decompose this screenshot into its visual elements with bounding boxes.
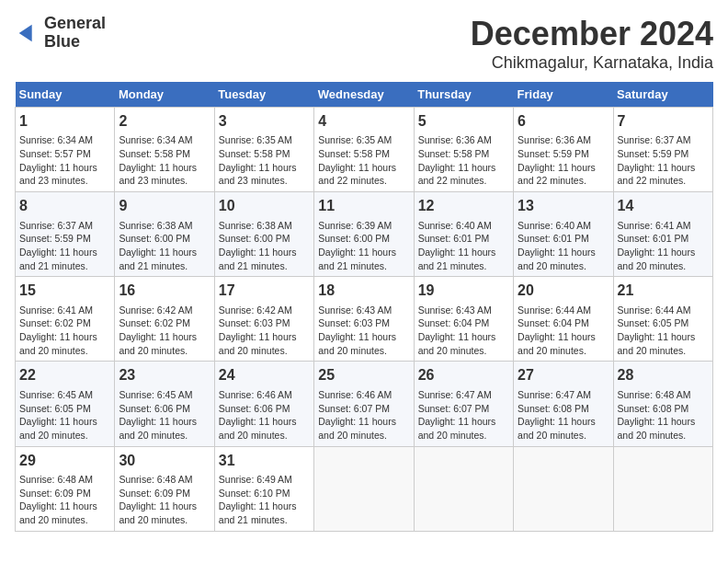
day-number: 27 xyxy=(518,365,609,385)
calendar-table: Sunday Monday Tuesday Wednesday Thursday… xyxy=(15,82,713,532)
day-info: Sunrise: 6:44 AMSunset: 6:04 PMDaylight:… xyxy=(518,304,609,358)
calendar-cell xyxy=(613,446,712,531)
day-info: Sunrise: 6:35 AMSunset: 5:58 PMDaylight:… xyxy=(318,133,409,188)
calendar-cell: 21 Sunrise: 6:44 AMSunset: 6:05 PMDaylig… xyxy=(613,277,712,362)
day-number: 20 xyxy=(518,281,609,301)
calendar-cell: 9 Sunrise: 6:38 AMSunset: 6:00 PMDayligh… xyxy=(115,192,214,277)
day-number: 13 xyxy=(518,196,609,216)
calendar-cell: 3 Sunrise: 6:35 AMSunset: 5:58 PMDayligh… xyxy=(214,108,313,192)
day-info: Sunrise: 6:48 AMSunset: 6:09 PMDaylight:… xyxy=(119,473,210,527)
day-info: Sunrise: 6:47 AMSunset: 6:08 PMDaylight:… xyxy=(518,388,609,442)
calendar-cell: 6 Sunrise: 6:36 AMSunset: 5:59 PMDayligh… xyxy=(514,108,613,192)
day-info: Sunrise: 6:34 AMSunset: 5:57 PMDaylight:… xyxy=(19,133,110,188)
calendar-week-row: 1 Sunrise: 6:34 AMSunset: 5:57 PMDayligh… xyxy=(16,108,713,192)
logo: General Blue xyxy=(15,15,106,52)
day-number: 8 xyxy=(19,196,110,216)
day-number: 9 xyxy=(119,196,210,216)
day-info: Sunrise: 6:45 AMSunset: 6:05 PMDaylight:… xyxy=(19,388,110,442)
logo-line2: Blue xyxy=(44,33,106,52)
header-wednesday: Wednesday xyxy=(314,82,414,108)
day-info: Sunrise: 6:40 AMSunset: 6:01 PMDaylight:… xyxy=(518,219,609,273)
calendar-cell: 31 Sunrise: 6:49 AMSunset: 6:10 PMDaylig… xyxy=(214,446,313,531)
calendar-cell: 29 Sunrise: 6:48 AMSunset: 6:09 PMDaylig… xyxy=(16,446,115,531)
day-number: 26 xyxy=(418,365,509,385)
day-info: Sunrise: 6:42 AMSunset: 6:03 PMDaylight:… xyxy=(219,304,310,358)
day-number: 3 xyxy=(219,111,310,132)
page-header: General Blue December 2024 Chikmagalur, … xyxy=(15,15,713,73)
calendar-cell: 18 Sunrise: 6:43 AMSunset: 6:03 PMDaylig… xyxy=(314,277,414,362)
title-section: December 2024 Chikmagalur, Karnataka, In… xyxy=(471,15,713,73)
day-info: Sunrise: 6:48 AMSunset: 6:08 PMDaylight:… xyxy=(618,388,709,442)
day-info: Sunrise: 6:41 AMSunset: 6:01 PMDaylight:… xyxy=(618,219,709,273)
day-number: 21 xyxy=(618,281,709,301)
location-title: Chikmagalur, Karnataka, India xyxy=(471,53,713,73)
day-info: Sunrise: 6:43 AMSunset: 6:03 PMDaylight:… xyxy=(318,304,409,358)
calendar-cell: 4 Sunrise: 6:35 AMSunset: 5:58 PMDayligh… xyxy=(314,108,414,192)
calendar-cell: 1 Sunrise: 6:34 AMSunset: 5:57 PMDayligh… xyxy=(16,108,115,192)
day-number: 19 xyxy=(418,281,509,301)
calendar-cell: 13 Sunrise: 6:40 AMSunset: 6:01 PMDaylig… xyxy=(514,192,613,277)
day-info: Sunrise: 6:39 AMSunset: 6:00 PMDaylight:… xyxy=(318,219,409,273)
calendar-cell: 11 Sunrise: 6:39 AMSunset: 6:00 PMDaylig… xyxy=(314,192,414,277)
day-number: 29 xyxy=(19,451,110,471)
day-number: 23 xyxy=(119,365,210,385)
day-info: Sunrise: 6:44 AMSunset: 6:05 PMDaylight:… xyxy=(618,304,709,358)
calendar-week-row: 8 Sunrise: 6:37 AMSunset: 5:59 PMDayligh… xyxy=(16,192,713,277)
day-info: Sunrise: 6:38 AMSunset: 6:00 PMDaylight:… xyxy=(119,219,210,273)
calendar-header-row: Sunday Monday Tuesday Wednesday Thursday… xyxy=(16,82,713,108)
calendar-cell: 14 Sunrise: 6:41 AMSunset: 6:01 PMDaylig… xyxy=(613,192,712,277)
header-monday: Monday xyxy=(115,82,214,108)
calendar-cell: 12 Sunrise: 6:40 AMSunset: 6:01 PMDaylig… xyxy=(414,192,513,277)
day-number: 22 xyxy=(19,365,110,385)
day-number: 25 xyxy=(318,365,409,385)
calendar-cell: 7 Sunrise: 6:37 AMSunset: 5:59 PMDayligh… xyxy=(613,108,712,192)
day-number: 14 xyxy=(618,196,709,216)
header-friday: Friday xyxy=(514,82,613,108)
day-info: Sunrise: 6:48 AMSunset: 6:09 PMDaylight:… xyxy=(19,473,110,527)
day-info: Sunrise: 6:45 AMSunset: 6:06 PMDaylight:… xyxy=(119,388,210,442)
calendar-week-row: 15 Sunrise: 6:41 AMSunset: 6:02 PMDaylig… xyxy=(16,277,713,362)
day-info: Sunrise: 6:47 AMSunset: 6:07 PMDaylight:… xyxy=(418,388,509,442)
calendar-cell: 20 Sunrise: 6:44 AMSunset: 6:04 PMDaylig… xyxy=(514,277,613,362)
day-number: 28 xyxy=(618,365,709,385)
day-info: Sunrise: 6:46 AMSunset: 6:06 PMDaylight:… xyxy=(219,388,310,442)
calendar-cell: 8 Sunrise: 6:37 AMSunset: 5:59 PMDayligh… xyxy=(16,192,115,277)
calendar-week-row: 22 Sunrise: 6:45 AMSunset: 6:05 PMDaylig… xyxy=(16,362,713,446)
day-number: 17 xyxy=(219,281,310,301)
header-thursday: Thursday xyxy=(414,82,513,108)
day-number: 24 xyxy=(219,365,310,385)
calendar-cell: 2 Sunrise: 6:34 AMSunset: 5:58 PMDayligh… xyxy=(115,108,214,192)
calendar-cell: 26 Sunrise: 6:47 AMSunset: 6:07 PMDaylig… xyxy=(414,362,513,446)
calendar-cell xyxy=(514,446,613,531)
day-number: 12 xyxy=(418,196,509,216)
calendar-cell: 28 Sunrise: 6:48 AMSunset: 6:08 PMDaylig… xyxy=(613,362,712,446)
day-info: Sunrise: 6:49 AMSunset: 6:10 PMDaylight:… xyxy=(219,473,310,527)
calendar-cell: 16 Sunrise: 6:42 AMSunset: 6:02 PMDaylig… xyxy=(115,277,214,362)
day-number: 30 xyxy=(119,451,210,471)
calendar-cell: 10 Sunrise: 6:38 AMSunset: 6:00 PMDaylig… xyxy=(214,192,313,277)
calendar-cell: 27 Sunrise: 6:47 AMSunset: 6:08 PMDaylig… xyxy=(514,362,613,446)
calendar-cell: 25 Sunrise: 6:46 AMSunset: 6:07 PMDaylig… xyxy=(314,362,414,446)
logo-text: General Blue xyxy=(44,15,106,52)
day-info: Sunrise: 6:34 AMSunset: 5:58 PMDaylight:… xyxy=(119,133,210,188)
day-number: 10 xyxy=(219,196,310,216)
day-info: Sunrise: 6:35 AMSunset: 5:58 PMDaylight:… xyxy=(219,133,310,188)
day-number: 31 xyxy=(219,451,310,471)
day-info: Sunrise: 6:37 AMSunset: 5:59 PMDaylight:… xyxy=(618,133,709,188)
logo-line1: General xyxy=(44,15,106,33)
calendar-cell xyxy=(314,446,414,531)
header-saturday: Saturday xyxy=(613,82,712,108)
day-info: Sunrise: 6:36 AMSunset: 5:59 PMDaylight:… xyxy=(518,133,609,188)
calendar-cell xyxy=(414,446,513,531)
month-title: December 2024 xyxy=(471,15,713,53)
day-number: 18 xyxy=(318,281,409,301)
calendar-cell: 19 Sunrise: 6:43 AMSunset: 6:04 PMDaylig… xyxy=(414,277,513,362)
day-number: 4 xyxy=(318,111,409,132)
header-sunday: Sunday xyxy=(16,82,115,108)
header-tuesday: Tuesday xyxy=(214,82,313,108)
day-number: 16 xyxy=(119,281,210,301)
logo-icon xyxy=(15,20,40,46)
day-number: 11 xyxy=(318,196,409,216)
day-info: Sunrise: 6:46 AMSunset: 6:07 PMDaylight:… xyxy=(318,388,409,442)
calendar-cell: 22 Sunrise: 6:45 AMSunset: 6:05 PMDaylig… xyxy=(16,362,115,446)
